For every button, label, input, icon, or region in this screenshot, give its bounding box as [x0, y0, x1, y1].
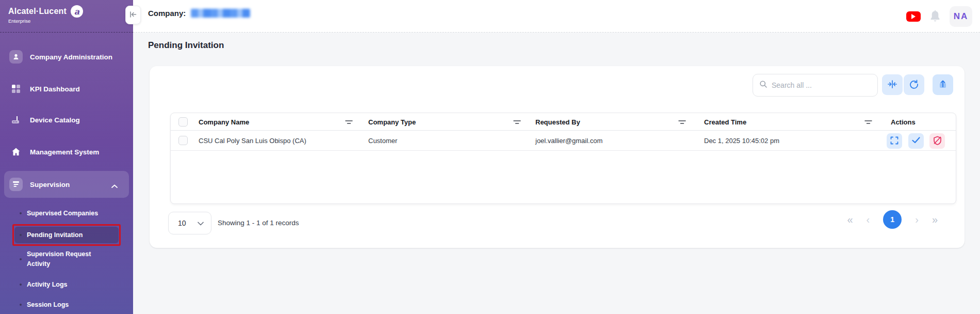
- sidebar-subitem-label: Supervised Companies: [27, 209, 98, 218]
- brand-subtitle: Enterprise: [8, 18, 125, 24]
- sidebar-item-device-catalog[interactable]: Device Catalog: [0, 113, 133, 127]
- sidebar-subitem-label: Supervision Request Activity: [27, 249, 104, 269]
- sidebar-item-management-system[interactable]: Management System: [0, 145, 133, 159]
- table-row: CSU Cal Poly San Luis Obispo (CA) Custom…: [171, 131, 956, 151]
- cell-company-name: CSU Cal Poly San Luis Obispo (CA): [199, 131, 306, 151]
- column-header-created-time[interactable]: Created Time: [704, 113, 746, 131]
- column-header-requested-by[interactable]: Requested By: [535, 113, 580, 131]
- chevron-up-icon: [111, 181, 118, 191]
- main-content: Pending Invitation: [133, 33, 980, 314]
- cell-created-time: Dec 1, 2025 10:45:02 pm: [704, 131, 779, 151]
- select-all-checkbox[interactable]: [178, 117, 188, 127]
- sidebar-subitem-label: Session Logs: [27, 300, 69, 310]
- cell-company-type: Customer: [368, 131, 397, 151]
- sidebar-subitem-supervised-companies[interactable]: Supervised Companies: [0, 209, 133, 218]
- grid-icon: [9, 82, 23, 96]
- user-icon: [9, 50, 23, 64]
- search-input[interactable]: [772, 81, 871, 89]
- sidebar-item-label: Supervision: [30, 181, 70, 189]
- sidebar-item-label: Company Administration: [30, 53, 112, 61]
- refresh-icon: [909, 80, 919, 90]
- sidebar-item-label: Device Catalog: [30, 116, 80, 124]
- expand-details-button[interactable]: [887, 133, 902, 149]
- cell-requested-by: joel.vallier@gmail.com: [535, 131, 602, 151]
- page-title: Pending Invitation: [148, 40, 224, 51]
- records-summary: Showing 1 - 1 of 1 records: [218, 219, 299, 227]
- list-badge-icon: [9, 178, 23, 191]
- sidebar-subitem-session-logs[interactable]: Session Logs: [0, 300, 133, 309]
- shield-slash-icon: [933, 136, 942, 147]
- company-value-redacted: [191, 9, 250, 18]
- page-size-select[interactable]: 10: [168, 212, 211, 234]
- filter-icon[interactable]: [864, 118, 872, 128]
- search-box: [753, 74, 878, 97]
- user-avatar[interactable]: NA: [950, 6, 972, 27]
- check-icon: [912, 137, 920, 145]
- bullet-icon: [20, 258, 22, 260]
- topbar: Company: NA: [133, 0, 980, 33]
- refresh-button[interactable]: [904, 74, 924, 95]
- collapse-columns-icon: [888, 80, 897, 90]
- search-icon: [759, 80, 767, 90]
- pending-invitations-table: Company Name Company Type Requested By C…: [170, 113, 956, 204]
- sidebar-item-label: Management System: [30, 148, 99, 156]
- bullet-icon: [20, 234, 22, 236]
- sidebar-item-supervision[interactable]: Supervision: [4, 171, 129, 198]
- brand-logo: Alcatel·Lucent a Enterprise: [0, 0, 133, 33]
- sidebar-item-kpi-dashboard[interactable]: KPI Dashboard: [0, 82, 133, 96]
- sidebar-subitem-pending-invitation[interactable]: Pending Invitation: [0, 230, 133, 240]
- sidebar-subitem-supervision-request-activity[interactable]: Supervision Request Activity: [0, 249, 133, 269]
- home-icon: [9, 145, 23, 159]
- export-upload-icon: [938, 80, 948, 90]
- sidebar-item-label: KPI Dashboard: [30, 85, 80, 93]
- filter-icon[interactable]: [678, 118, 686, 128]
- collapse-arrow-icon: [129, 10, 137, 20]
- sidebar-subitem-label: Pending Invitation: [27, 230, 83, 240]
- table-header-row: Company Name Company Type Requested By C…: [171, 113, 956, 131]
- first-page-button[interactable]: «: [847, 214, 853, 225]
- filter-icon[interactable]: [345, 118, 353, 128]
- last-page-button[interactable]: »: [932, 214, 938, 225]
- brand-name: Alcatel·Lucent: [8, 7, 67, 16]
- chevron-down-icon: [198, 218, 204, 228]
- collapse-columns-button[interactable]: [882, 74, 903, 95]
- approve-invitation-button[interactable]: [908, 133, 924, 149]
- export-button[interactable]: [933, 74, 953, 95]
- current-page-button[interactable]: 1: [883, 210, 902, 229]
- notification-bell-icon[interactable]: [929, 10, 941, 23]
- router-icon: [9, 113, 23, 127]
- column-header-company-type[interactable]: Company Type: [368, 113, 416, 131]
- sidebar-subitem-activity-logs[interactable]: Activity Logs: [0, 280, 133, 289]
- company-label: Company:: [148, 9, 186, 18]
- sidebar: Alcatel·Lucent a Enterprise Company Admi…: [0, 0, 133, 314]
- sidebar-collapse-button[interactable]: [125, 6, 141, 24]
- youtube-icon[interactable]: [906, 11, 921, 22]
- pending-invitation-card: Company Name Company Type Requested By C…: [150, 66, 965, 248]
- filter-icon[interactable]: [513, 118, 521, 128]
- previous-page-button[interactable]: ‹: [867, 214, 870, 225]
- bullet-icon: [20, 284, 22, 286]
- expand-icon: [890, 136, 899, 146]
- reject-invitation-button[interactable]: [929, 133, 945, 149]
- brand-logo-icon: a: [71, 5, 83, 18]
- next-page-button[interactable]: ›: [915, 214, 919, 225]
- pagination-controls: « ‹ 1 › »: [847, 210, 938, 229]
- bullet-icon: [20, 212, 22, 214]
- bullet-icon: [20, 304, 22, 306]
- column-header-actions: Actions: [891, 113, 916, 131]
- column-header-company-name[interactable]: Company Name: [199, 113, 249, 131]
- page-size-value: 10: [178, 219, 186, 227]
- row-checkbox[interactable]: [178, 136, 188, 145]
- sidebar-subitem-label: Activity Logs: [27, 280, 68, 290]
- sidebar-item-company-administration[interactable]: Company Administration: [0, 50, 133, 64]
